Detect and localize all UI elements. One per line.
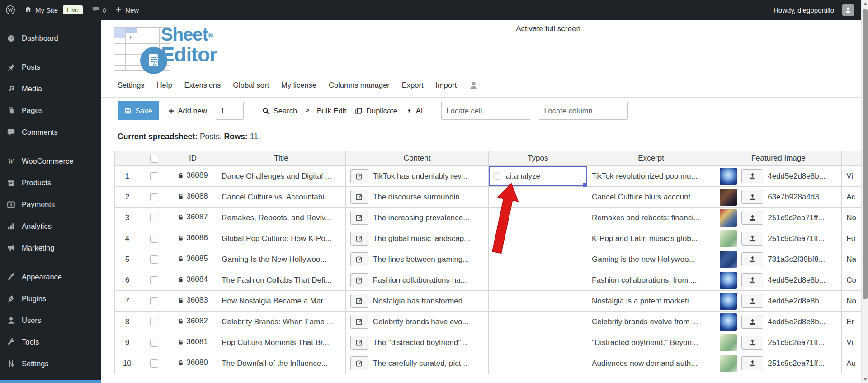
row-number-cell[interactable]: 9 <box>115 332 140 353</box>
open-content-editor-button[interactable] <box>350 336 368 350</box>
upload-image-button[interactable] <box>741 211 763 225</box>
row-number-cell[interactable]: 2 <box>115 187 140 208</box>
row-checkbox[interactable] <box>150 359 158 368</box>
title-cell[interactable]: Cancel Culture vs. Accountabi... <box>217 187 346 208</box>
featured-image-thumbnail[interactable] <box>720 189 737 206</box>
scroll-down-arrow[interactable] <box>862 376 868 383</box>
menu-item-my-license[interactable]: My license <box>281 81 316 90</box>
typos-cell[interactable] <box>489 291 587 312</box>
column-header-content[interactable]: Content <box>345 151 489 166</box>
excerpt-cell[interactable]: K-Pop and Latin music's glob... <box>587 228 715 249</box>
featured-image-thumbnail[interactable] <box>720 293 737 310</box>
search-button[interactable]: Search <box>262 101 297 120</box>
row-number-cell[interactable]: 4 <box>115 228 140 249</box>
row-checkbox[interactable] <box>150 297 158 305</box>
title-cell[interactable]: Gaming Is the New Hollywoo... <box>217 249 346 270</box>
account-menu[interactable]: Howdy, diegoportillo <box>774 4 854 16</box>
upload-image-button[interactable] <box>741 169 763 183</box>
sidebar-item-sheet-editor-partial[interactable] <box>0 380 101 383</box>
row-number-cell[interactable]: 1 <box>115 166 140 187</box>
typos-cell[interactable] <box>489 332 587 353</box>
row-number-cell[interactable]: 10 <box>115 353 140 374</box>
typos-cell[interactable] <box>489 249 587 270</box>
typos-cell[interactable] <box>489 353 587 374</box>
duplicate-button[interactable]: Duplicate <box>355 101 397 120</box>
row-checkbox[interactable] <box>150 339 158 347</box>
row-number-cell[interactable]: 3 <box>115 208 140 228</box>
sidebar-item-payments[interactable]: $ Payments <box>0 194 101 215</box>
column-header-excerpt[interactable]: Excerpt <box>587 151 715 166</box>
open-content-editor-button[interactable] <box>350 273 368 287</box>
wordpress-logo-icon[interactable]: W <box>5 5 15 15</box>
row-number-cell[interactable]: 5 <box>115 249 140 270</box>
open-content-editor-button[interactable] <box>350 356 368 370</box>
row-checkbox[interactable] <box>150 276 158 284</box>
typos-cell[interactable] <box>489 270 587 291</box>
row-checkbox[interactable] <box>150 255 158 264</box>
typos-cell[interactable] <box>489 187 587 208</box>
excerpt-cell[interactable]: TikTok revolutionized pop mu... <box>587 166 715 187</box>
menu-item-settings[interactable]: Settings <box>118 81 145 90</box>
row-number-cell[interactable]: 8 <box>115 312 140 332</box>
excerpt-cell[interactable]: Fashion collaborations, from ... <box>587 270 715 291</box>
title-cell[interactable]: How Nostalgia Became a Mar... <box>217 291 346 312</box>
site-menu[interactable]: My Site Live <box>24 5 83 14</box>
select-all-checkbox[interactable] <box>150 155 158 163</box>
excerpt-cell[interactable]: Celebrity brands evolve from ... <box>587 312 715 332</box>
scrollbar-thumb[interactable] <box>863 9 868 299</box>
id-cell[interactable]: 36082 <box>169 312 217 332</box>
id-cell[interactable]: 36084 <box>169 270 217 291</box>
typos-cell[interactable] <box>489 208 587 228</box>
id-cell[interactable]: 36085 <box>169 249 217 270</box>
save-button[interactable]: Save <box>118 101 159 120</box>
sidebar-item-comments[interactable]: Comments <box>0 121 101 143</box>
add-new-button[interactable]: Add new <box>168 101 207 120</box>
row-number-cell[interactable]: 6 <box>115 270 140 291</box>
menu-item-help[interactable]: Help <box>157 81 172 90</box>
menu-item-columns-manager[interactable]: Columns manager <box>329 81 390 90</box>
featured-image-thumbnail[interactable] <box>720 230 737 247</box>
id-cell[interactable]: 36087 <box>169 208 217 228</box>
title-cell[interactable]: The Fashion Collabs That Defi... <box>217 270 346 291</box>
row-checkbox[interactable] <box>150 172 158 180</box>
title-cell[interactable]: Celebrity Brands: When Fame ... <box>217 312 346 332</box>
activate-fullscreen-link[interactable]: Activate full screen <box>516 24 580 33</box>
featured-image-thumbnail[interactable] <box>720 313 737 331</box>
id-cell[interactable]: 36086 <box>169 228 217 249</box>
sidebar-item-marketing[interactable]: Marketing <box>0 237 101 259</box>
upload-image-button[interactable] <box>741 294 763 308</box>
menu-item-import[interactable]: Import <box>436 81 457 90</box>
upload-image-button[interactable] <box>741 315 763 329</box>
new-menu[interactable]: New <box>115 6 139 14</box>
id-cell[interactable]: 36081 <box>169 332 217 353</box>
menu-item-global-sort[interactable]: Global sort <box>233 81 269 90</box>
featured-image-thumbnail[interactable] <box>720 334 737 351</box>
sidebar-item-plugins[interactable]: Plugins <box>0 288 101 309</box>
open-content-editor-button[interactable] <box>350 294 368 308</box>
title-cell[interactable]: The Downfall of the Influence... <box>217 353 346 374</box>
id-cell[interactable]: 36080 <box>169 353 217 374</box>
column-header-featured-image[interactable]: Featured Image <box>715 151 842 166</box>
menu-item-export[interactable]: Export <box>402 81 424 90</box>
sidebar-item-products[interactable]: Products <box>0 172 101 194</box>
open-content-editor-button[interactable] <box>350 169 368 183</box>
sidebar-item-appearance[interactable]: Appearance <box>0 266 101 288</box>
row-checkbox[interactable] <box>150 318 158 326</box>
featured-image-thumbnail[interactable] <box>720 251 737 268</box>
ai-button[interactable]: AI <box>406 101 423 120</box>
sidebar-item-analytics[interactable]: Analytics <box>0 215 101 237</box>
sidebar-item-dashboard[interactable]: Dashboard <box>0 27 101 49</box>
id-cell[interactable]: 36083 <box>169 291 217 312</box>
add-rows-count-input[interactable] <box>216 102 244 120</box>
upload-image-button[interactable] <box>741 356 763 370</box>
upload-image-button[interactable] <box>741 190 763 204</box>
title-cell[interactable]: Remakes, Reboots, and Reviv... <box>217 208 346 228</box>
row-checkbox[interactable] <box>150 193 158 201</box>
sidebar-item-media[interactable]: Media <box>0 78 101 99</box>
sidebar-item-posts[interactable]: Posts <box>0 56 101 78</box>
sidebar-item-users[interactable]: Users <box>0 309 101 331</box>
id-cell[interactable]: 36089 <box>169 166 217 187</box>
upload-image-button[interactable] <box>741 252 763 266</box>
id-cell[interactable]: 36088 <box>169 187 217 208</box>
row-checkbox[interactable] <box>150 214 158 222</box>
